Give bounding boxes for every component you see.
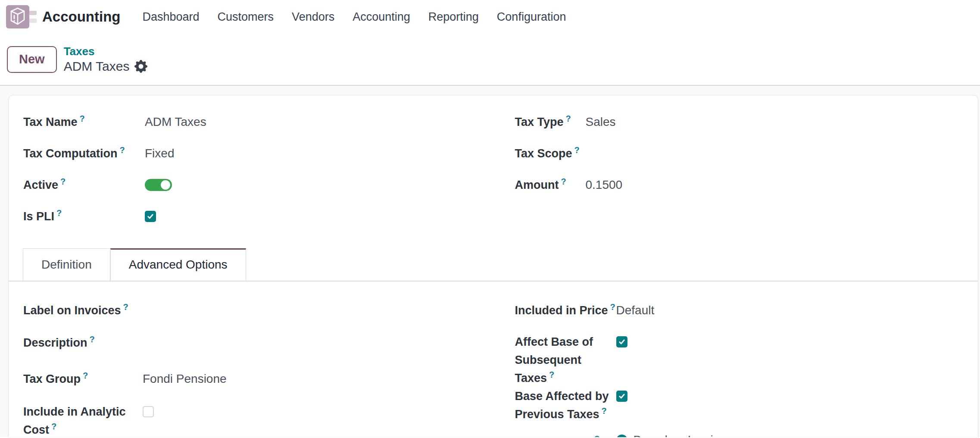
tab-advanced-options[interactable]: Advanced Options: [110, 248, 246, 281]
new-button[interactable]: New: [7, 46, 57, 73]
help-icon[interactable]: ?: [123, 302, 128, 312]
included-in-price-value[interactable]: Default: [616, 301, 655, 319]
affect-base-checkbox[interactable]: [616, 336, 627, 347]
field-row-include-analytic-cost: Include in Analytic Cost?: [23, 403, 472, 437]
help-icon[interactable]: ?: [561, 177, 566, 186]
help-icon[interactable]: ?: [60, 177, 66, 186]
tax-type-value[interactable]: Sales: [586, 113, 616, 131]
field-row-tax-exigibility: Tax Exigibility? Based on Invoice: [515, 433, 964, 437]
advanced-options-panel: Label on Invoices? Description? Tax Grou…: [23, 282, 963, 437]
based-on-invoice-radio-label[interactable]: Based on Invoice: [634, 433, 726, 437]
active-toggle[interactable]: [145, 179, 172, 191]
toggle-knob: [161, 180, 170, 190]
general-fields: Tax Name? ADM Taxes Tax Computation? Fix…: [23, 113, 963, 239]
cube-app-icon: [6, 4, 39, 29]
notebook-tab-bar: Definition Advanced Options: [9, 248, 978, 282]
help-icon[interactable]: ?: [594, 434, 599, 437]
tax-name-value[interactable]: ADM Taxes: [145, 113, 206, 131]
is-pli-label: Is PLI?: [23, 207, 145, 225]
tab-definition[interactable]: Definition: [23, 248, 110, 281]
help-icon[interactable]: ?: [602, 406, 607, 416]
tax-form-card: Tax Name? ADM Taxes Tax Computation? Fix…: [8, 95, 978, 437]
field-row-affect-base: Affect Base of Subsequent Taxes?: [515, 333, 964, 387]
field-row-included-in-price: Included in Price? Default: [515, 301, 964, 333]
field-row-tax-name: Tax Name? ADM Taxes: [23, 113, 472, 144]
nav-item-customers[interactable]: Customers: [209, 0, 283, 34]
tax-computation-label: Tax Computation?: [23, 144, 145, 163]
field-row-tax-computation: Tax Computation? Fixed: [23, 144, 472, 176]
tax-group-label: Tax Group?: [23, 370, 143, 388]
settings-gear-icon[interactable]: [134, 59, 148, 73]
help-icon[interactable]: ?: [83, 371, 88, 380]
help-icon[interactable]: ?: [80, 114, 85, 123]
field-row-base-affected: Base Affected by Previous Taxes?: [515, 387, 964, 433]
included-in-price-label: Included in Price?: [515, 301, 616, 319]
nav-item-dashboard[interactable]: Dashboard: [133, 0, 208, 34]
check-icon: [147, 213, 154, 220]
affect-base-label: Affect Base of Subsequent Taxes?: [515, 333, 616, 387]
active-label: Active?: [23, 176, 145, 194]
check-icon: [618, 393, 625, 400]
help-icon[interactable]: ?: [549, 370, 554, 379]
field-row-tax-scope: Tax Scope?: [515, 144, 964, 176]
nav-item-accounting[interactable]: Accounting: [343, 0, 419, 34]
field-row-description: Description?: [23, 334, 472, 370]
nav-item-reporting[interactable]: Reporting: [419, 0, 488, 34]
help-icon[interactable]: ?: [610, 302, 615, 312]
based-on-invoice-radio[interactable]: [616, 435, 627, 437]
check-icon: [618, 338, 625, 345]
help-icon[interactable]: ?: [566, 114, 571, 123]
include-analytic-cost-checkbox[interactable]: [143, 406, 154, 417]
label-on-invoices-label: Label on Invoices?: [23, 301, 143, 319]
tax-exigibility-label: Tax Exigibility?: [515, 433, 616, 437]
field-row-active: Active?: [23, 176, 472, 207]
tax-computation-value[interactable]: Fixed: [145, 144, 174, 163]
help-icon[interactable]: ?: [574, 145, 580, 155]
help-icon[interactable]: ?: [56, 208, 62, 218]
amount-value[interactable]: 0.1500: [586, 176, 623, 194]
top-nav-bar: Accounting Dashboard Customers Vendors A…: [0, 0, 980, 34]
control-panel: New Taxes ADM Taxes: [0, 34, 980, 86]
breadcrumb-current-record: ADM Taxes: [64, 58, 130, 75]
field-row-amount: Amount? 0.1500: [515, 176, 964, 207]
tax-scope-label: Tax Scope?: [515, 144, 586, 163]
main-menu: Dashboard Customers Vendors Accounting R…: [133, 0, 575, 34]
tax-name-label: Tax Name?: [23, 113, 145, 131]
app-logo[interactable]: [6, 4, 40, 29]
nav-item-configuration[interactable]: Configuration: [488, 0, 575, 34]
tax-type-label: Tax Type?: [515, 113, 586, 131]
amount-label: Amount?: [515, 176, 586, 194]
is-pli-checkbox[interactable]: [145, 211, 156, 222]
nav-item-vendors[interactable]: Vendors: [283, 0, 343, 34]
field-row-label-on-invoices: Label on Invoices?: [23, 301, 472, 334]
content-area: Tax Name? ADM Taxes Tax Computation? Fix…: [0, 86, 980, 437]
field-row-is-pli: Is PLI?: [23, 207, 472, 239]
description-label: Description?: [23, 334, 143, 352]
help-icon[interactable]: ?: [90, 335, 95, 344]
help-icon[interactable]: ?: [120, 145, 125, 155]
base-affected-checkbox[interactable]: [616, 391, 627, 402]
help-icon[interactable]: ?: [51, 422, 56, 431]
app-name[interactable]: Accounting: [42, 9, 120, 25]
base-affected-label: Base Affected by Previous Taxes?: [515, 387, 616, 423]
field-row-tax-group: Tax Group? Fondi Pensione: [23, 370, 472, 403]
breadcrumb: Taxes ADM Taxes: [64, 44, 149, 75]
field-row-tax-type: Tax Type? Sales: [515, 113, 964, 144]
include-analytic-cost-label: Include in Analytic Cost?: [23, 403, 143, 437]
breadcrumb-taxes-link[interactable]: Taxes: [64, 44, 149, 58]
tax-group-value[interactable]: Fondi Pensione: [143, 370, 227, 388]
